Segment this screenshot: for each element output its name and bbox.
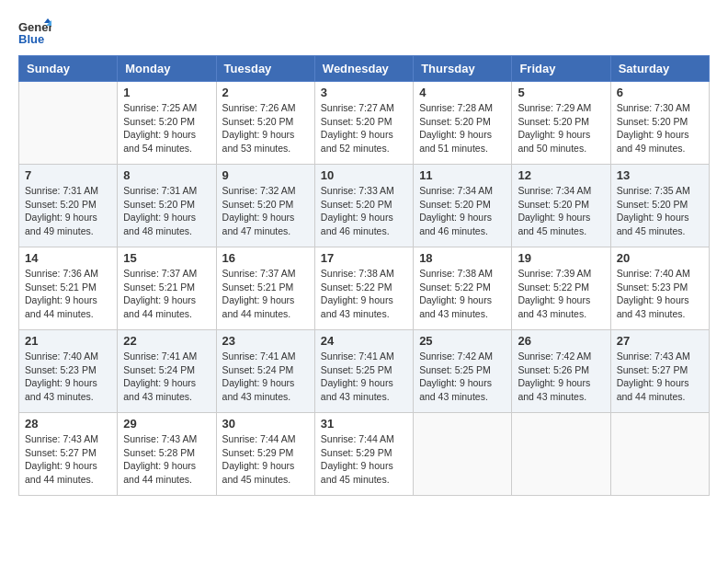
calendar-cell: 18Sunrise: 7:38 AM Sunset: 5:22 PM Dayli… [414,247,512,330]
calendar-week-row: 28Sunrise: 7:43 AM Sunset: 5:27 PM Dayli… [19,413,710,496]
page-header: General Blue [18,18,710,46]
day-number: 29 [123,417,210,431]
day-number: 3 [321,86,407,99]
day-number: 1 [123,86,210,99]
calendar-cell [610,413,709,496]
day-info: Sunrise: 7:40 AM Sunset: 5:23 PM Dayligh… [25,350,111,404]
calendar-cell [414,413,512,496]
calendar-cell: 22Sunrise: 7:41 AM Sunset: 5:24 PM Dayli… [118,330,216,413]
calendar-cell: 10Sunrise: 7:33 AM Sunset: 5:20 PM Dayli… [314,165,413,247]
calendar-cell: 4Sunrise: 7:28 AM Sunset: 5:20 PM Daylig… [414,82,512,165]
day-number: 4 [419,86,506,99]
calendar-cell: 1Sunrise: 7:25 AM Sunset: 5:20 PM Daylig… [118,82,216,165]
day-info: Sunrise: 7:43 AM Sunset: 5:28 PM Dayligh… [123,432,210,487]
day-info: Sunrise: 7:26 AM Sunset: 5:20 PM Dayligh… [222,101,309,155]
day-info: Sunrise: 7:40 AM Sunset: 5:23 PM Dayligh… [617,267,703,321]
day-info: Sunrise: 7:28 AM Sunset: 5:20 PM Dayligh… [419,101,506,155]
day-info: Sunrise: 7:41 AM Sunset: 5:24 PM Dayligh… [123,350,210,404]
day-info: Sunrise: 7:42 AM Sunset: 5:25 PM Dayligh… [419,350,506,404]
calendar-week-row: 14Sunrise: 7:36 AM Sunset: 5:21 PM Dayli… [19,247,710,330]
day-number: 28 [25,417,111,431]
calendar-cell: 13Sunrise: 7:35 AM Sunset: 5:20 PM Dayli… [610,165,709,247]
day-number: 21 [25,334,111,348]
day-number: 18 [419,251,506,265]
day-info: Sunrise: 7:29 AM Sunset: 5:20 PM Dayligh… [518,101,604,155]
calendar-cell: 3Sunrise: 7:27 AM Sunset: 5:20 PM Daylig… [314,82,413,165]
day-number: 16 [222,251,309,265]
logo: General Blue [18,18,51,46]
col-header-thursday: Thursday [414,56,512,82]
col-header-friday: Friday [512,56,610,82]
day-number: 30 [222,417,309,431]
calendar-cell [512,413,610,496]
day-number: 13 [617,168,703,182]
day-info: Sunrise: 7:38 AM Sunset: 5:22 PM Dayligh… [321,267,407,321]
col-header-tuesday: Tuesday [216,56,314,82]
day-info: Sunrise: 7:41 AM Sunset: 5:24 PM Dayligh… [222,350,309,404]
calendar-table: SundayMondayTuesdayWednesdayThursdayFrid… [18,55,710,496]
logo-icon: General Blue [18,18,51,46]
day-number: 15 [123,251,210,265]
calendar-cell: 26Sunrise: 7:42 AM Sunset: 5:26 PM Dayli… [512,330,610,413]
day-number: 23 [222,334,309,348]
calendar-cell: 25Sunrise: 7:42 AM Sunset: 5:25 PM Dayli… [414,330,512,413]
calendar-cell: 2Sunrise: 7:26 AM Sunset: 5:20 PM Daylig… [216,82,314,165]
day-info: Sunrise: 7:35 AM Sunset: 5:20 PM Dayligh… [617,184,703,238]
day-number: 6 [617,86,703,99]
calendar-cell: 30Sunrise: 7:44 AM Sunset: 5:29 PM Dayli… [216,413,314,496]
day-number: 2 [222,86,309,99]
day-info: Sunrise: 7:25 AM Sunset: 5:20 PM Dayligh… [123,101,210,155]
calendar-cell: 12Sunrise: 7:34 AM Sunset: 5:20 PM Dayli… [512,165,610,247]
calendar-cell: 19Sunrise: 7:39 AM Sunset: 5:22 PM Dayli… [512,247,610,330]
calendar-cell: 16Sunrise: 7:37 AM Sunset: 5:21 PM Dayli… [216,247,314,330]
calendar-header-row: SundayMondayTuesdayWednesdayThursdayFrid… [19,56,710,82]
day-number: 20 [617,251,703,265]
day-number: 8 [123,168,210,182]
day-number: 10 [321,168,407,182]
day-info: Sunrise: 7:38 AM Sunset: 5:22 PM Dayligh… [419,267,506,321]
calendar-week-row: 21Sunrise: 7:40 AM Sunset: 5:23 PM Dayli… [19,330,710,413]
calendar-cell [19,82,118,165]
calendar-cell: 20Sunrise: 7:40 AM Sunset: 5:23 PM Dayli… [610,247,709,330]
day-info: Sunrise: 7:39 AM Sunset: 5:22 PM Dayligh… [518,267,604,321]
day-info: Sunrise: 7:30 AM Sunset: 5:20 PM Dayligh… [617,101,703,155]
day-number: 17 [321,251,407,265]
calendar-cell: 11Sunrise: 7:34 AM Sunset: 5:20 PM Dayli… [414,165,512,247]
day-number: 26 [518,334,604,348]
calendar-cell: 23Sunrise: 7:41 AM Sunset: 5:24 PM Dayli… [216,330,314,413]
day-number: 24 [321,334,407,348]
day-info: Sunrise: 7:34 AM Sunset: 5:20 PM Dayligh… [419,184,506,238]
day-info: Sunrise: 7:36 AM Sunset: 5:21 PM Dayligh… [25,267,111,321]
day-info: Sunrise: 7:31 AM Sunset: 5:20 PM Dayligh… [25,184,111,238]
day-number: 31 [321,417,407,431]
calendar-cell: 24Sunrise: 7:41 AM Sunset: 5:25 PM Dayli… [314,330,413,413]
day-number: 9 [222,168,309,182]
svg-text:Blue: Blue [18,32,44,46]
calendar-cell: 9Sunrise: 7:32 AM Sunset: 5:20 PM Daylig… [216,165,314,247]
day-number: 19 [518,251,604,265]
day-number: 27 [617,334,703,348]
day-info: Sunrise: 7:43 AM Sunset: 5:27 PM Dayligh… [617,350,703,404]
calendar-cell: 8Sunrise: 7:31 AM Sunset: 5:20 PM Daylig… [118,165,216,247]
day-info: Sunrise: 7:41 AM Sunset: 5:25 PM Dayligh… [321,350,407,404]
day-info: Sunrise: 7:44 AM Sunset: 5:29 PM Dayligh… [222,432,309,487]
day-info: Sunrise: 7:37 AM Sunset: 5:21 PM Dayligh… [222,267,309,321]
day-info: Sunrise: 7:43 AM Sunset: 5:27 PM Dayligh… [25,432,111,487]
day-number: 7 [25,168,111,182]
col-header-monday: Monday [118,56,216,82]
day-info: Sunrise: 7:34 AM Sunset: 5:20 PM Dayligh… [518,184,604,238]
calendar-week-row: 7Sunrise: 7:31 AM Sunset: 5:20 PM Daylig… [19,165,710,247]
day-info: Sunrise: 7:32 AM Sunset: 5:20 PM Dayligh… [222,184,309,238]
col-header-saturday: Saturday [610,56,709,82]
calendar-cell: 15Sunrise: 7:37 AM Sunset: 5:21 PM Dayli… [118,247,216,330]
col-header-sunday: Sunday [19,56,118,82]
calendar-cell: 14Sunrise: 7:36 AM Sunset: 5:21 PM Dayli… [19,247,118,330]
calendar-cell: 29Sunrise: 7:43 AM Sunset: 5:28 PM Dayli… [118,413,216,496]
day-info: Sunrise: 7:31 AM Sunset: 5:20 PM Dayligh… [123,184,210,238]
calendar-cell: 5Sunrise: 7:29 AM Sunset: 5:20 PM Daylig… [512,82,610,165]
day-number: 22 [123,334,210,348]
day-info: Sunrise: 7:42 AM Sunset: 5:26 PM Dayligh… [518,350,604,404]
day-number: 12 [518,168,604,182]
calendar-cell: 7Sunrise: 7:31 AM Sunset: 5:20 PM Daylig… [19,165,118,247]
col-header-wednesday: Wednesday [314,56,413,82]
